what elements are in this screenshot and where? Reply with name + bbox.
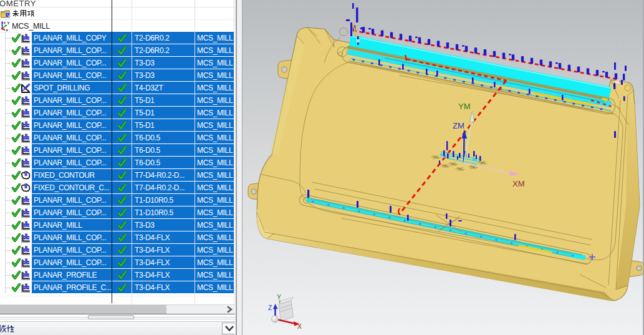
svg-text:Y: Y bbox=[7, 21, 10, 25]
svg-text:x: x bbox=[6, 28, 9, 31]
svg-text:Z: Z bbox=[268, 304, 272, 311]
svg-text:ZM: ZM bbox=[453, 121, 464, 130]
svg-text:z: z bbox=[4, 21, 6, 24]
svg-text:XM: XM bbox=[512, 179, 525, 188]
svg-text:YM: YM bbox=[458, 102, 471, 111]
svg-text:Y: Y bbox=[277, 293, 281, 301]
svg-text:X: X bbox=[297, 323, 302, 330]
